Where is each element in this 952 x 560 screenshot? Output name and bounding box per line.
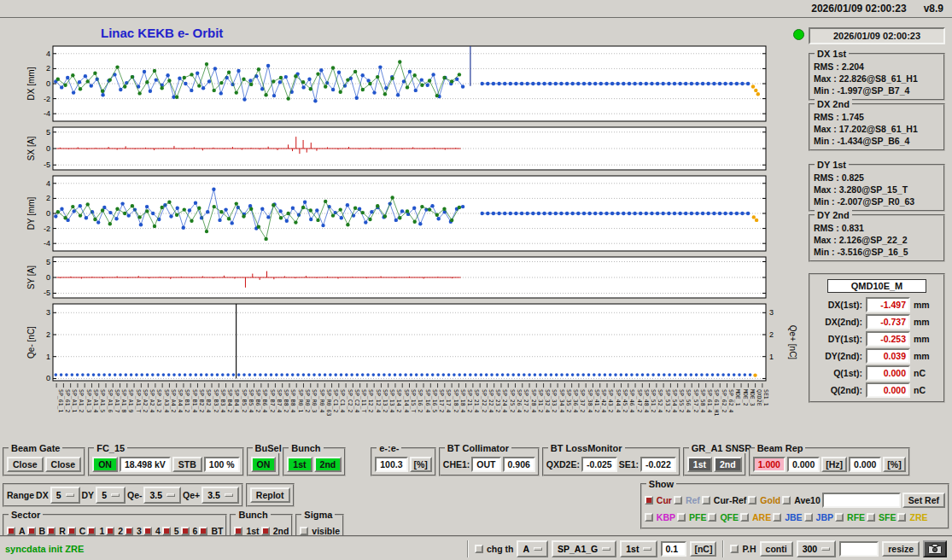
svg-text:SP_A1_3: SP_A1_3 (85, 389, 92, 412)
monitor-row-value: -1.497 (866, 297, 910, 312)
snsr-2nd-button[interactable]: 2nd (714, 457, 742, 472)
range-qe-plus-select[interactable]: 3.5 (201, 487, 239, 504)
svg-text:SP_41_2: SP_41_2 (593, 389, 600, 412)
snapshot-button[interactable] (923, 540, 947, 557)
show-gold-checkbox[interactable]: Gold (748, 495, 780, 505)
replot-button[interactable]: Replot (250, 487, 290, 503)
svg-text:SP_C1_4: SP_C1_4 (339, 389, 346, 412)
option-menu-bar-icon (166, 493, 175, 497)
stat-rms: RMS : 1.745 (814, 111, 940, 123)
show-zre-checkbox[interactable]: ZRE (897, 512, 927, 522)
group-title: Sigma (301, 510, 335, 520)
show-cur-checkbox[interactable]: Cur (645, 495, 672, 505)
stat-group-title: DY 2nd (815, 210, 852, 220)
show-sfe-checkbox[interactable]: SFE (867, 512, 896, 522)
chg-th-checkbox[interactable]: chg th (475, 544, 514, 554)
checkbox-indicator (748, 496, 756, 505)
bunch-2nd-button[interactable]: 2nd (314, 457, 342, 472)
stat-min: Min : -2.007@SP_R0_63 (814, 195, 940, 207)
svg-text:SP_55_2: SP_55_2 (678, 389, 685, 412)
svg-text:SP_R0_3: SP_R0_3 (311, 389, 318, 412)
stat-max: Max : 17.202@S8_61_H1 (814, 123, 940, 135)
page-title: Linac KEKB e- Orbit (101, 26, 223, 40)
checkbox-indicator (7, 527, 15, 535)
bunch-select[interactable]: 1st (620, 540, 657, 557)
svg-text:SP_18_4: SP_18_4 (459, 389, 466, 412)
svg-text:SP_35_2: SP_35_2 (565, 389, 572, 412)
group-title: Beam Gate (9, 443, 62, 453)
interval-select[interactable]: 300 (797, 540, 837, 557)
svg-text:-4: -4 (44, 239, 50, 248)
show-cur-ref-checkbox[interactable]: Cur-Ref (702, 495, 747, 505)
svg-text:QXD2E: QXD2E (756, 389, 762, 406)
busel-on-button[interactable]: ON (251, 457, 277, 472)
show-pfe-checkbox[interactable]: PFE (677, 512, 706, 522)
bpm-select[interactable]: SP_A1_G (552, 540, 616, 557)
monitor-name-select[interactable]: QMD10E_M (827, 279, 926, 293)
show-pfe-checkbox-label: PFE (689, 512, 706, 522)
checkbox-indicator (708, 513, 716, 522)
svg-text:SP_34_4: SP_34_4 (558, 389, 565, 412)
beam-gate-close-2-button[interactable]: Close (45, 457, 82, 472)
group-bt-lossmonitor: BT LossMonitorQXD2E:-0.025SE1:-0.022 (542, 447, 680, 476)
fc15-on-button[interactable]: ON (92, 457, 118, 472)
threshold-input[interactable] (661, 541, 686, 557)
group-title: e-:e- (377, 443, 401, 453)
monitor-row: Q(2nd):0.000nC (814, 382, 940, 398)
hz-unit-label: [Hz] (821, 457, 847, 472)
svg-text:SX [A]: SX [A] (26, 137, 36, 161)
svg-text:2: 2 (46, 64, 50, 73)
option-value: 3.5 (149, 490, 162, 500)
svg-text:4: 4 (46, 50, 50, 58)
show-qfe-checkbox[interactable]: QFE (708, 512, 739, 522)
control-area: Beam GateCloseCloseFC_15ON18.498 kVSTB10… (0, 440, 952, 543)
beam-rep-actual-display: 0.000 (787, 457, 820, 472)
svg-text:SP_11_T: SP_11_T (360, 389, 367, 412)
show-kbp-checkbox[interactable]: KBP (645, 512, 675, 522)
group-beam-rep: Beam Rep1.0000.000[Hz]0.000[%] (749, 447, 910, 476)
svg-text:SP_R0_1: SP_R0_1 (297, 389, 304, 412)
show-gold-checkbox-label: Gold (760, 495, 780, 505)
separator (722, 540, 724, 557)
set-ref-button[interactable]: Set Ref (902, 493, 945, 508)
svg-text:SP_36_4: SP_36_4 (572, 389, 579, 412)
checkbox-indicator (106, 527, 114, 535)
svg-text:SP_B7_2: SP_B7_2 (269, 389, 276, 412)
svg-text:SP_A1_6: SP_A1_6 (107, 389, 114, 412)
bunch-1st-button[interactable]: 1st (287, 457, 312, 472)
range-qe-minus-select[interactable]: 3.5 (143, 487, 181, 504)
interval-input[interactable] (839, 541, 879, 557)
stat-max: Max : 22.826@S8_61_H1 (814, 73, 940, 85)
group-title: FC_15 (94, 443, 127, 453)
ee-ratio-display: 100.3 (375, 457, 407, 472)
range-dx-select[interactable]: 5 (50, 487, 80, 504)
show-ref-checkbox[interactable]: Ref (674, 495, 700, 505)
chg-th-sector-select[interactable]: A (517, 540, 548, 557)
beam-gate-close-1-button[interactable]: Close (7, 457, 44, 472)
svg-text:SP_C2_4: SP_C2_4 (353, 389, 360, 412)
monitor-row-value: 0.000 (866, 382, 910, 398)
show-are-checkbox[interactable]: ARE (740, 512, 771, 522)
checkbox-indicator (67, 527, 76, 535)
show-ave10-checkbox[interactable]: Ave10 (782, 495, 821, 505)
option-menu-bar-icon (821, 547, 830, 551)
fc15-stb-button[interactable]: STB (172, 457, 202, 472)
svg-text:SP_B1_2: SP_B1_2 (184, 389, 190, 412)
svg-text:-5: -5 (44, 160, 50, 169)
status-led-icon (793, 29, 804, 40)
stat-group-title: DX 2nd (815, 99, 852, 109)
ph-checkbox[interactable]: P.H (730, 544, 756, 554)
show-jbe-checkbox[interactable]: JBE (773, 512, 802, 522)
ref-name-input[interactable] (822, 493, 901, 508)
svg-text:1: 1 (46, 353, 50, 361)
conti-button[interactable]: conti (760, 541, 793, 557)
resize-button[interactable]: resize (882, 541, 920, 557)
monitor-readout-panel: QMD10E_M DX(1st):-1.497mmDX(2nd):-0.737m… (809, 273, 945, 403)
range-dy-select[interactable]: 5 (96, 487, 126, 504)
show-rfe-checkbox[interactable]: RFE (835, 512, 865, 522)
snsr-1st-button[interactable]: 1st (687, 457, 712, 472)
stat-rms: RMS : 2.204 (814, 61, 940, 73)
show-jbp-checkbox[interactable]: JBP (804, 512, 833, 522)
che1-state-display: OUT (471, 457, 500, 472)
group-ee-ratio: e-:e-100.3[%] (371, 447, 436, 476)
